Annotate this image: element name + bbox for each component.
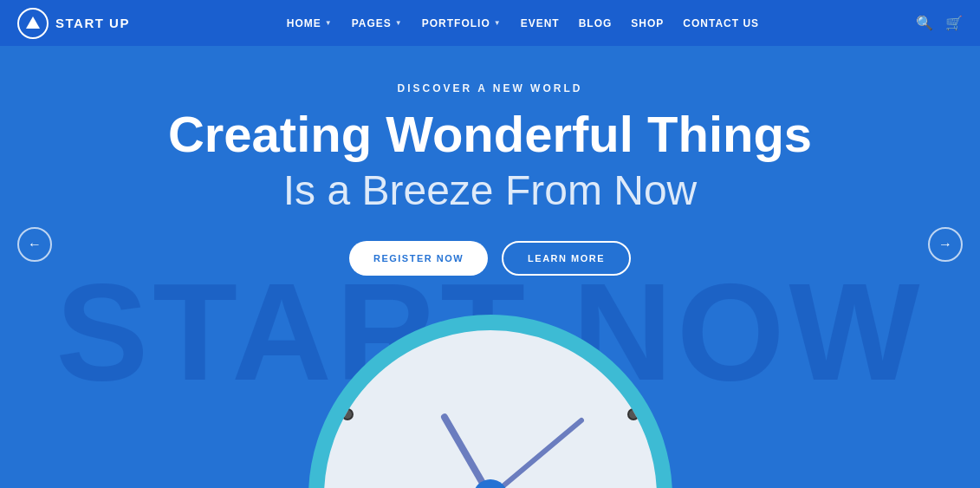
screw-top-right <box>627 408 639 420</box>
home-dropdown-icon: ▼ <box>325 19 333 27</box>
cart-icon[interactable]: 🛒 <box>945 15 963 31</box>
nav-home[interactable]: HOME ▼ <box>287 17 333 29</box>
register-button[interactable]: REGISTER NOW <box>349 241 488 276</box>
brand-name: START UP <box>55 16 130 30</box>
logo-icon <box>17 8 49 39</box>
pages-dropdown-icon: ▼ <box>395 19 403 27</box>
navbar-actions: 🔍 🛒 <box>916 15 963 31</box>
nav-portfolio[interactable]: PORTFOLIO ▼ <box>422 17 502 29</box>
clock-visual <box>308 315 672 488</box>
nav-pages[interactable]: PAGES ▼ <box>352 17 403 29</box>
hero-content: DISCOVER A NEW WORLD Creating Wonderful … <box>0 82 980 276</box>
hero-title-line1: Creating Wonderful Things <box>168 107 812 162</box>
search-icon[interactable]: 🔍 <box>916 15 933 31</box>
hero-subtitle: DISCOVER A NEW WORLD <box>398 82 583 94</box>
clock-minute-hand <box>489 417 585 488</box>
brand-logo[interactable]: START UP <box>17 8 130 39</box>
svg-marker-0 <box>26 16 40 29</box>
hero-buttons: REGISTER NOW LEARN MORE <box>349 241 631 276</box>
nav-blog[interactable]: BLOG <box>579 17 613 29</box>
next-slide-button[interactable]: → <box>928 227 963 262</box>
clock-hour-hand <box>439 413 493 488</box>
nav-shop[interactable]: SHOP <box>631 17 664 29</box>
screw-top-left <box>341 408 354 420</box>
prev-slide-button[interactable]: ← <box>17 227 52 262</box>
nav-event[interactable]: EVENT <box>521 17 560 29</box>
nav-links: HOME ▼ PAGES ▼ PORTFOLIO ▼ EVENT BLOG SH… <box>287 17 759 29</box>
navbar: START UP HOME ▼ PAGES ▼ PORTFOLIO ▼ EVEN… <box>0 0 980 46</box>
learn-more-button[interactable]: LEARN MORE <box>502 241 631 276</box>
hero-section: START UP HOME ▼ PAGES ▼ PORTFOLIO ▼ EVEN… <box>0 0 980 488</box>
portfolio-dropdown-icon: ▼ <box>494 19 502 27</box>
hero-title-line2: Is a Breeze From Now <box>283 166 697 216</box>
clock-face <box>308 315 672 488</box>
nav-contact[interactable]: CONTACT US <box>683 17 759 29</box>
